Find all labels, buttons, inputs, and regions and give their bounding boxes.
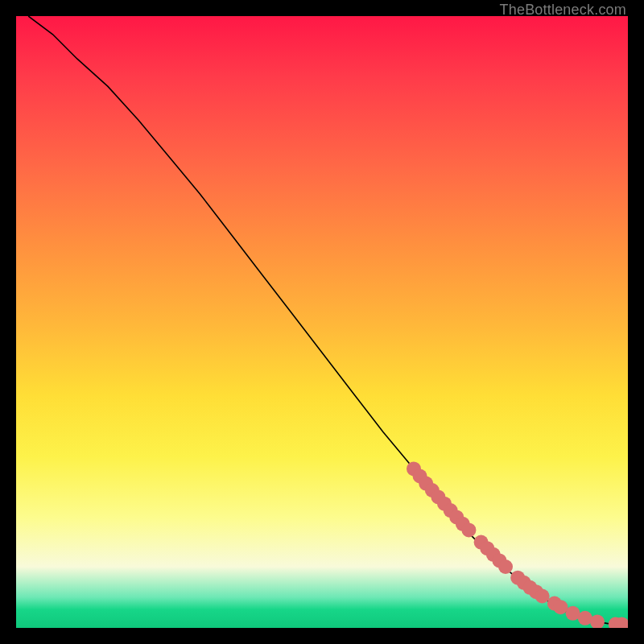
data-point <box>578 611 592 625</box>
plot-area <box>16 16 628 628</box>
data-point <box>461 522 476 537</box>
main-curve <box>28 16 628 625</box>
outer-frame: TheBottleneck.com <box>0 0 644 644</box>
data-point <box>498 559 513 574</box>
scatter-points <box>407 461 628 628</box>
data-point <box>590 614 605 628</box>
data-point <box>535 589 550 604</box>
chart-svg <box>16 16 628 628</box>
